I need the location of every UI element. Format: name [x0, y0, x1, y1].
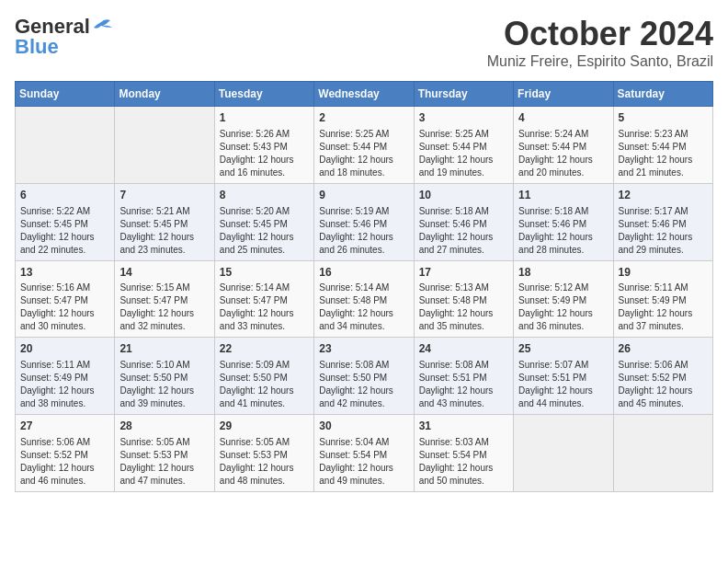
- day-cell: 11Sunrise: 5:18 AM Sunset: 5:46 PM Dayli…: [514, 183, 613, 260]
- day-cell: [16, 107, 115, 184]
- day-number: 18: [518, 265, 608, 281]
- day-info: Sunrise: 5:11 AM Sunset: 5:49 PM Dayligh…: [20, 359, 109, 410]
- day-info: Sunrise: 5:15 AM Sunset: 5:47 PM Dayligh…: [119, 282, 209, 333]
- day-cell: 4Sunrise: 5:24 AM Sunset: 5:44 PM Daylig…: [514, 107, 613, 184]
- day-number: 31: [419, 419, 508, 434]
- week-row-1: 1Sunrise: 5:26 AM Sunset: 5:43 PM Daylig…: [16, 107, 713, 184]
- day-cell: 8Sunrise: 5:20 AM Sunset: 5:45 PM Daylig…: [214, 183, 313, 260]
- day-number: 17: [419, 265, 508, 281]
- calendar-table: SundayMondayTuesdayWednesdayThursdayFrid…: [15, 81, 713, 492]
- day-number: 11: [518, 188, 608, 203]
- col-header-tuesday: Tuesday: [214, 82, 313, 107]
- month-title: October 2024: [487, 15, 713, 53]
- day-cell: 16Sunrise: 5:14 AM Sunset: 5:48 PM Dayli…: [314, 260, 414, 338]
- col-header-saturday: Saturday: [613, 82, 712, 107]
- col-header-sunday: Sunday: [16, 82, 115, 107]
- day-info: Sunrise: 5:23 AM Sunset: 5:44 PM Dayligh…: [619, 128, 708, 179]
- day-number: 8: [220, 188, 309, 203]
- day-number: 29: [220, 419, 309, 434]
- week-row-3: 13Sunrise: 5:16 AM Sunset: 5:47 PM Dayli…: [16, 260, 713, 338]
- day-cell: 18Sunrise: 5:12 AM Sunset: 5:49 PM Dayli…: [514, 260, 613, 338]
- day-cell: 12Sunrise: 5:17 AM Sunset: 5:46 PM Dayli…: [613, 183, 712, 260]
- day-cell: 26Sunrise: 5:06 AM Sunset: 5:52 PM Dayli…: [613, 338, 712, 415]
- day-info: Sunrise: 5:05 AM Sunset: 5:53 PM Dayligh…: [220, 436, 309, 488]
- day-cell: 27Sunrise: 5:06 AM Sunset: 5:52 PM Dayli…: [16, 415, 115, 492]
- day-info: Sunrise: 5:06 AM Sunset: 5:52 PM Dayligh…: [20, 436, 109, 488]
- day-info: Sunrise: 5:24 AM Sunset: 5:44 PM Dayligh…: [518, 128, 608, 179]
- day-info: Sunrise: 5:16 AM Sunset: 5:47 PM Dayligh…: [20, 282, 109, 333]
- day-number: 28: [119, 419, 209, 434]
- day-number: 26: [619, 341, 708, 357]
- day-info: Sunrise: 5:25 AM Sunset: 5:44 PM Dayligh…: [319, 128, 408, 179]
- day-number: 20: [20, 341, 109, 357]
- day-number: 10: [419, 188, 508, 203]
- day-cell: 24Sunrise: 5:08 AM Sunset: 5:51 PM Dayli…: [414, 338, 513, 415]
- day-cell: 31Sunrise: 5:03 AM Sunset: 5:54 PM Dayli…: [414, 415, 513, 492]
- week-row-2: 6Sunrise: 5:22 AM Sunset: 5:45 PM Daylig…: [16, 183, 713, 260]
- col-header-wednesday: Wednesday: [314, 82, 414, 107]
- day-cell: 20Sunrise: 5:11 AM Sunset: 5:49 PM Dayli…: [16, 338, 115, 415]
- day-number: 19: [619, 265, 708, 281]
- day-number: 3: [419, 110, 508, 126]
- day-info: Sunrise: 5:18 AM Sunset: 5:46 PM Dayligh…: [518, 205, 608, 257]
- day-info: Sunrise: 5:03 AM Sunset: 5:54 PM Dayligh…: [419, 436, 508, 488]
- day-info: Sunrise: 5:22 AM Sunset: 5:45 PM Dayligh…: [20, 205, 109, 257]
- day-number: 5: [619, 110, 708, 126]
- logo-bird-icon: [92, 18, 112, 35]
- day-cell: 3Sunrise: 5:25 AM Sunset: 5:44 PM Daylig…: [414, 107, 513, 184]
- day-cell: 28Sunrise: 5:05 AM Sunset: 5:53 PM Dayli…: [115, 415, 214, 492]
- day-cell: 13Sunrise: 5:16 AM Sunset: 5:47 PM Dayli…: [16, 260, 115, 338]
- day-info: Sunrise: 5:04 AM Sunset: 5:54 PM Dayligh…: [319, 436, 408, 488]
- day-number: 12: [619, 188, 708, 203]
- week-row-5: 27Sunrise: 5:06 AM Sunset: 5:52 PM Dayli…: [16, 415, 713, 492]
- day-info: Sunrise: 5:19 AM Sunset: 5:46 PM Dayligh…: [319, 205, 408, 257]
- week-row-4: 20Sunrise: 5:11 AM Sunset: 5:49 PM Dayli…: [16, 338, 713, 415]
- day-number: 15: [220, 265, 309, 281]
- day-number: 21: [119, 341, 209, 357]
- day-info: Sunrise: 5:14 AM Sunset: 5:48 PM Dayligh…: [319, 282, 408, 333]
- col-header-monday: Monday: [115, 82, 214, 107]
- col-header-thursday: Thursday: [414, 82, 513, 107]
- day-info: Sunrise: 5:08 AM Sunset: 5:50 PM Dayligh…: [319, 359, 408, 410]
- day-info: Sunrise: 5:25 AM Sunset: 5:44 PM Dayligh…: [419, 128, 508, 179]
- day-info: Sunrise: 5:17 AM Sunset: 5:46 PM Dayligh…: [619, 205, 708, 257]
- day-number: 27: [20, 419, 109, 434]
- day-number: 1: [220, 110, 309, 126]
- day-info: Sunrise: 5:06 AM Sunset: 5:52 PM Dayligh…: [619, 359, 708, 410]
- day-cell: 19Sunrise: 5:11 AM Sunset: 5:49 PM Dayli…: [613, 260, 712, 338]
- header-row: SundayMondayTuesdayWednesdayThursdayFrid…: [16, 82, 713, 107]
- page-header: General Blue October 2024 Muniz Freire, …: [15, 15, 713, 70]
- day-cell: 14Sunrise: 5:15 AM Sunset: 5:47 PM Dayli…: [115, 260, 214, 338]
- day-number: 24: [419, 341, 508, 357]
- day-cell: 5Sunrise: 5:23 AM Sunset: 5:44 PM Daylig…: [613, 107, 712, 184]
- day-cell: 9Sunrise: 5:19 AM Sunset: 5:46 PM Daylig…: [314, 183, 414, 260]
- location-title: Muniz Freire, Espirito Santo, Brazil: [487, 53, 713, 70]
- day-cell: 17Sunrise: 5:13 AM Sunset: 5:48 PM Dayli…: [414, 260, 513, 338]
- logo-blue: Blue: [15, 35, 59, 59]
- title-block: October 2024 Muniz Freire, Espirito Sant…: [487, 15, 713, 70]
- day-cell: 6Sunrise: 5:22 AM Sunset: 5:45 PM Daylig…: [16, 183, 115, 260]
- day-cell: 29Sunrise: 5:05 AM Sunset: 5:53 PM Dayli…: [214, 415, 313, 492]
- day-number: 13: [20, 265, 109, 281]
- logo: General Blue: [15, 15, 112, 59]
- day-info: Sunrise: 5:20 AM Sunset: 5:45 PM Dayligh…: [220, 205, 309, 257]
- day-cell: 25Sunrise: 5:07 AM Sunset: 5:51 PM Dayli…: [514, 338, 613, 415]
- day-info: Sunrise: 5:05 AM Sunset: 5:53 PM Dayligh…: [119, 436, 209, 488]
- day-info: Sunrise: 5:10 AM Sunset: 5:50 PM Dayligh…: [119, 359, 209, 410]
- day-number: 30: [319, 419, 408, 434]
- day-info: Sunrise: 5:21 AM Sunset: 5:45 PM Dayligh…: [119, 205, 209, 257]
- day-info: Sunrise: 5:14 AM Sunset: 5:47 PM Dayligh…: [220, 282, 309, 333]
- day-number: 4: [518, 110, 608, 126]
- day-info: Sunrise: 5:08 AM Sunset: 5:51 PM Dayligh…: [419, 359, 508, 410]
- day-cell: 15Sunrise: 5:14 AM Sunset: 5:47 PM Dayli…: [214, 260, 313, 338]
- col-header-friday: Friday: [514, 82, 613, 107]
- day-info: Sunrise: 5:13 AM Sunset: 5:48 PM Dayligh…: [419, 282, 508, 333]
- day-info: Sunrise: 5:12 AM Sunset: 5:49 PM Dayligh…: [518, 282, 608, 333]
- day-cell: 21Sunrise: 5:10 AM Sunset: 5:50 PM Dayli…: [115, 338, 214, 415]
- day-info: Sunrise: 5:09 AM Sunset: 5:50 PM Dayligh…: [220, 359, 309, 410]
- day-number: 7: [119, 188, 209, 203]
- day-cell: [115, 107, 214, 184]
- day-cell: 10Sunrise: 5:18 AM Sunset: 5:46 PM Dayli…: [414, 183, 513, 260]
- day-cell: 2Sunrise: 5:25 AM Sunset: 5:44 PM Daylig…: [314, 107, 414, 184]
- day-cell: 1Sunrise: 5:26 AM Sunset: 5:43 PM Daylig…: [214, 107, 313, 184]
